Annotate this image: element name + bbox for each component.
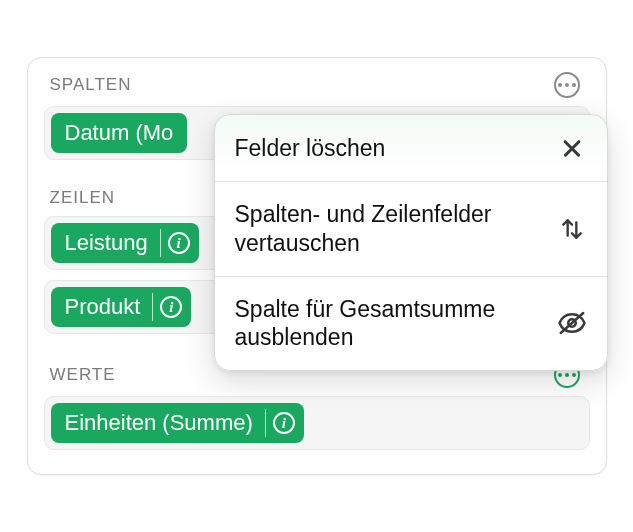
field-pill-label: Datum (Mo xyxy=(65,120,184,146)
columns-context-menu: Felder löschen Spalten- und Zeilenfelder… xyxy=(214,114,608,371)
close-icon xyxy=(557,133,587,163)
pill-separator xyxy=(152,293,153,321)
menu-item-label: Spalte für Gesamtsum­me ausblenden xyxy=(235,295,557,353)
menu-item-label: Spalten- und Zeilenfelder vertauschen xyxy=(235,200,557,258)
more-icon xyxy=(558,373,576,377)
field-pill-rows-1[interactable]: Produkt i xyxy=(51,287,192,327)
info-icon: i xyxy=(273,412,295,434)
hide-icon xyxy=(557,308,587,338)
more-icon xyxy=(558,83,576,87)
section-columns-header: SPALTEN xyxy=(42,68,592,106)
field-pill-label: Einheiten (Summe) xyxy=(65,410,263,436)
section-columns-title: SPALTEN xyxy=(50,75,132,95)
info-icon: i xyxy=(160,296,182,318)
menu-item-swap-fields[interactable]: Spalten- und Zeilenfelder vertauschen xyxy=(215,182,607,277)
field-pill-columns-0[interactable]: Datum (Mo xyxy=(51,113,188,153)
field-info-button[interactable]: i xyxy=(155,291,187,323)
pill-separator xyxy=(265,409,266,437)
section-values-title: WERTE xyxy=(50,365,116,385)
field-pill-label: Leistung xyxy=(65,230,158,256)
field-pill-rows-0[interactable]: Leistung i xyxy=(51,223,199,263)
field-info-button[interactable]: i xyxy=(268,407,300,439)
values-field-row-0[interactable]: Einheiten (Summe) i xyxy=(44,396,590,450)
field-pill-values-0[interactable]: Einheiten (Summe) i xyxy=(51,403,304,443)
info-icon: i xyxy=(168,232,190,254)
pivot-options-panel: SPALTEN Datum (Mo ZEILEN Leistung i Prod… xyxy=(27,57,607,475)
pill-separator xyxy=(160,229,161,257)
section-rows-title: ZEILEN xyxy=(50,188,116,208)
swap-icon xyxy=(557,214,587,244)
columns-more-button[interactable] xyxy=(554,72,580,98)
menu-item-delete-fields[interactable]: Felder löschen xyxy=(215,115,607,182)
field-pill-label: Produkt xyxy=(65,294,151,320)
field-info-button[interactable]: i xyxy=(163,227,195,259)
menu-item-hide-total-column[interactable]: Spalte für Gesamtsum­me ausblenden xyxy=(215,277,607,371)
menu-item-label: Felder löschen xyxy=(235,134,557,163)
